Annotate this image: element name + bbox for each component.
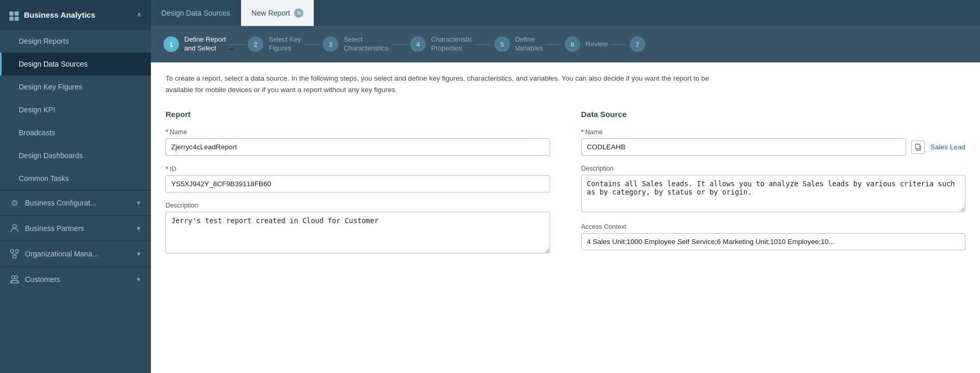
report-id-field: * ID	[166, 165, 550, 192]
tab-new-report[interactable]: New Report ✕	[241, 0, 314, 26]
sidebar-title: Business Analytics	[9, 8, 95, 21]
sidebar-section-org-management[interactable]: Organizational Mana... ▼	[0, 241, 151, 266]
svg-rect-11	[915, 144, 920, 149]
tab-design-data-sources[interactable]: Design Data Sources	[151, 0, 241, 26]
chevron-down-icon: ▼	[136, 276, 142, 282]
ds-name-input[interactable]	[581, 138, 907, 156]
wizard-step-num-6: 6	[565, 36, 580, 52]
svg-rect-3	[13, 255, 16, 258]
wizard-step-7[interactable]: 7	[630, 36, 645, 52]
wizard-steps: 1 Define Reportand Select – 2 Select Key…	[151, 26, 980, 62]
sidebar-section-business-config[interactable]: ⚙ Business Configurat... ▼	[0, 190, 151, 215]
svg-point-9	[15, 276, 18, 279]
ds-access-context-label: Access Context	[581, 223, 966, 230]
grid-icon	[9, 8, 19, 21]
ds-name-label: * Name	[581, 128, 966, 136]
ds-copy-icon[interactable]	[911, 140, 925, 154]
wizard-step-num-7: 7	[630, 36, 645, 52]
svg-rect-1	[10, 250, 14, 252]
wizard-step-1[interactable]: 1 Define Reportand Select	[163, 35, 226, 53]
datasource-column: Data Source * Name	[581, 110, 966, 264]
report-description-label: Description	[166, 202, 550, 209]
wizard-step-2[interactable]: 2 Select KeyFigures	[248, 35, 301, 53]
wizard-step-label-1: Define Reportand Select	[184, 35, 226, 53]
wizard-step-num-5: 5	[494, 36, 510, 52]
tab-close-button[interactable]: ✕	[294, 8, 303, 18]
sidebar-item-broadcasts[interactable]: Broadcasts	[0, 121, 151, 144]
content-area: To create a report, select a data source…	[151, 62, 980, 373]
sidebar-item-common-tasks[interactable]: Common Tasks	[0, 167, 151, 190]
ds-name-field: * Name Sales Lead	[581, 128, 966, 156]
ds-name-row: Sales Lead	[581, 138, 966, 156]
sidebar-item-design-dashboards[interactable]: Design Dashboards	[0, 144, 151, 167]
wizard-step-label-3: SelectCharacteristics	[343, 35, 388, 53]
report-name-label: * Name	[166, 128, 550, 136]
sidebar-item-design-kpi[interactable]: Design KPI	[0, 98, 151, 121]
wizard-connector-6	[611, 44, 627, 45]
wizard-step-6[interactable]: 6 Review	[565, 36, 608, 52]
report-name-input[interactable]	[166, 138, 550, 156]
person-icon	[9, 223, 20, 234]
sidebar-section-customers[interactable]: Customers ▼	[0, 266, 151, 292]
wizard-step-num-1: 1	[163, 36, 179, 52]
report-id-label: * ID	[166, 165, 550, 173]
ds-description-field: Description	[581, 165, 966, 214]
report-description-textarea[interactable]	[166, 212, 550, 253]
report-description-field: Description	[166, 202, 550, 255]
report-column: Report * Name * ID	[166, 110, 550, 264]
chevron-down-icon: ▼	[136, 200, 142, 206]
wizard-step-5[interactable]: 5 DefineVariables	[494, 35, 543, 53]
intro-text: To create a report, select a data source…	[166, 73, 738, 95]
wizard-step-num-2: 2	[248, 36, 263, 52]
tabs-bar: Design Data Sources New Report ✕	[151, 0, 980, 26]
sidebar-collapse-icon[interactable]: ∧	[137, 11, 142, 18]
sidebar-item-design-data-sources[interactable]: Design Data Sources	[0, 53, 151, 75]
wizard-step-num-4: 4	[410, 36, 426, 52]
wizard-step-label-6: Review	[586, 40, 608, 49]
sidebar-item-design-key-figures[interactable]: Design Key Figures	[0, 75, 151, 98]
wizard-connector-1: –	[229, 44, 245, 45]
form-columns: Report * Name * ID	[166, 110, 965, 264]
customers-icon	[9, 274, 20, 285]
wizard-connector-3	[391, 44, 407, 45]
ds-description-label: Description	[581, 165, 966, 172]
ds-sales-lead-text: Sales Lead	[930, 143, 965, 151]
wizard-step-num-3: 3	[323, 36, 338, 52]
sidebar-header[interactable]: Business Analytics ∧	[0, 0, 151, 30]
report-id-input[interactable]	[166, 175, 550, 192]
svg-point-8	[11, 276, 15, 279]
wizard-step-4[interactable]: 4 CharacteristicProperties	[410, 35, 472, 53]
svg-rect-2	[16, 250, 19, 252]
wizard-connector-4	[476, 44, 491, 45]
ds-access-context-field: Access Context	[581, 223, 966, 250]
datasource-section-title: Data Source	[581, 110, 966, 119]
chevron-down-icon: ▼	[136, 251, 142, 257]
wizard-connector-2	[304, 44, 320, 45]
svg-point-0	[13, 225, 17, 228]
main-content: Design Data Sources New Report ✕ 1 Defin…	[151, 0, 980, 373]
org-icon	[9, 249, 20, 259]
wizard-step-3[interactable]: 3 SelectCharacteristics	[323, 35, 388, 53]
ds-access-context-input[interactable]	[581, 233, 966, 250]
ds-description-textarea[interactable]	[581, 175, 966, 212]
sidebar: Business Analytics ∧ Design Reports Desi…	[0, 0, 151, 373]
wizard-step-label-5: DefineVariables	[515, 35, 543, 53]
chevron-down-icon: ▼	[136, 225, 142, 231]
gear-icon: ⚙	[9, 198, 20, 208]
wizard-step-label-2: Select KeyFigures	[269, 35, 301, 53]
sidebar-item-design-reports[interactable]: Design Reports	[0, 30, 151, 53]
wizard-connector-5	[546, 44, 562, 45]
report-section-title: Report	[166, 110, 550, 119]
wizard-step-label-4: CharacteristicProperties	[431, 35, 472, 53]
sidebar-section-business-partners[interactable]: Business Partners ▼	[0, 215, 151, 241]
report-name-field: * Name	[166, 128, 550, 156]
